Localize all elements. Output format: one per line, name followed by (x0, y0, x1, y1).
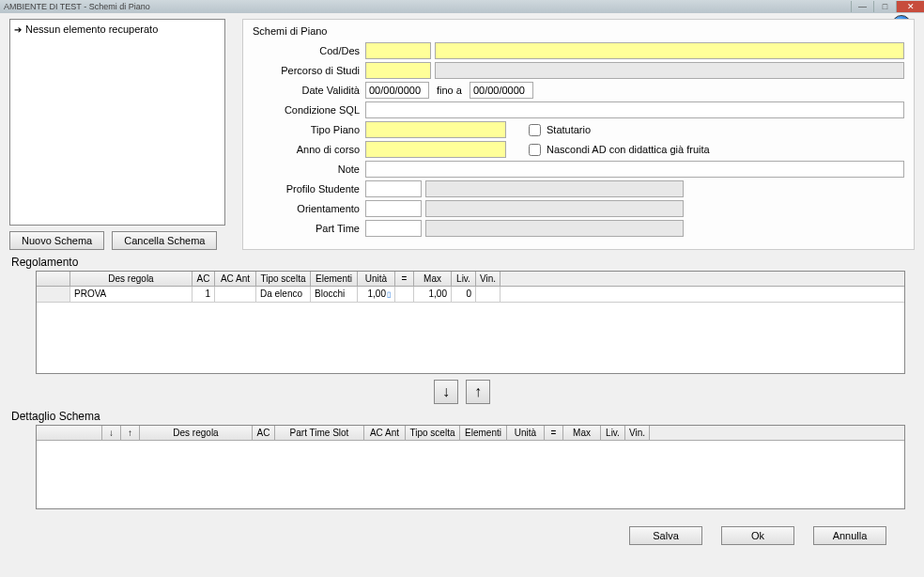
label-parttime: Part Time (253, 223, 365, 234)
cell-focus-icon: ▯ (387, 290, 391, 299)
regolamento-grid[interactable]: Des regola AC AC Ant Tipo scelta Element… (36, 271, 905, 374)
col2-vin[interactable]: Vin. (625, 426, 650, 440)
col2-max[interactable]: Max (563, 426, 601, 440)
cod-input[interactable] (365, 42, 431, 59)
cell-vin[interactable] (476, 287, 500, 302)
grid-row-selector-header (37, 272, 70, 286)
col2-tiposcelta[interactable]: Tipo scelta (406, 426, 460, 440)
cell-eq[interactable] (395, 287, 414, 302)
profilo-des-display (425, 180, 684, 197)
col2-elementi[interactable]: Elementi (460, 426, 507, 440)
col-acant[interactable]: AC Ant (215, 272, 256, 286)
statutario-checkbox[interactable] (529, 124, 541, 136)
arrow-down-icon: ↓ (442, 383, 450, 400)
annocorso-input[interactable] (365, 141, 506, 158)
col-elementi[interactable]: Elementi (311, 272, 358, 286)
label-date: Date Validità (253, 85, 365, 96)
table-row[interactable]: PROVA 1 Da elenco Blocchi 1,00▯ 1,00 0 (37, 287, 904, 303)
col2-liv[interactable]: Liv. (601, 426, 625, 440)
label-condsql: Condizione SQL (253, 104, 365, 116)
orient-des-display (425, 200, 684, 217)
dettaglio-grid[interactable]: ↓ ↑ Des regola AC Part Time Slot AC Ant … (36, 425, 905, 509)
save-button[interactable]: Salva (629, 526, 702, 545)
row-handle[interactable] (37, 287, 70, 302)
cell-unita[interactable]: 1,00▯ (358, 287, 395, 302)
percorso-des-display (435, 62, 904, 79)
label-tipopiano: Tipo Piano (253, 124, 365, 135)
col-ac[interactable]: AC (192, 272, 215, 286)
cell-tiposcelta[interactable]: Da elenco (256, 287, 311, 302)
parttime-code-input[interactable] (365, 220, 422, 237)
dettaglio-section-title: Dettaglio Schema (11, 410, 915, 423)
cancel-button[interactable]: Annulla (813, 526, 886, 545)
col-unita[interactable]: Unità (358, 272, 395, 286)
maximize-button[interactable]: □ (873, 1, 896, 12)
col-eq[interactable]: = (395, 272, 414, 286)
cell-des[interactable]: PROVA (70, 287, 192, 302)
des-input[interactable] (435, 42, 904, 59)
col2-des[interactable]: Des regola (140, 426, 253, 440)
new-schema-button[interactable]: Nuovo Schema (9, 231, 104, 250)
col-sort-down[interactable]: ↓ (102, 426, 121, 440)
col2-eq[interactable]: = (545, 426, 563, 440)
move-up-button[interactable]: ↑ (466, 380, 490, 404)
col2-parttimeslot[interactable]: Part Time Slot (275, 426, 364, 440)
arrow-up-icon: ↑ (474, 383, 482, 400)
cell-ac[interactable]: 1 (192, 287, 215, 302)
col2-acant[interactable]: AC Ant (364, 426, 406, 440)
schema-form-panel: Schemi di Piano Cod/Des Percorso di Stud… (242, 19, 915, 250)
dettaglio-left-spacer (37, 426, 102, 440)
date-from-input[interactable] (365, 82, 429, 99)
cell-liv[interactable]: 0 (452, 287, 476, 302)
delete-schema-button[interactable]: Cancella Schema (112, 231, 217, 250)
col2-ac[interactable]: AC (253, 426, 275, 440)
cell-acant[interactable] (215, 287, 256, 302)
parttime-des-display (425, 220, 684, 237)
note-input[interactable] (365, 161, 904, 178)
col-liv[interactable]: Liv. (452, 272, 476, 286)
ok-button[interactable]: Ok (721, 526, 794, 545)
cell-max[interactable]: 1,00 (414, 287, 452, 302)
label-annocorso: Anno di corso (253, 144, 365, 155)
list-empty-item: ➔ Nessun elemento recuperato (14, 23, 221, 35)
percorso-code-input[interactable] (365, 62, 431, 79)
label-note: Note (253, 164, 365, 175)
col2-unita[interactable]: Unità (507, 426, 545, 440)
profilo-code-input[interactable] (365, 180, 422, 197)
arrow-right-icon: ➔ (14, 24, 22, 35)
list-empty-label: Nessun elemento recuperato (25, 23, 158, 35)
col-tiposcelta[interactable]: Tipo scelta (256, 272, 311, 286)
col-vin[interactable]: Vin. (476, 272, 500, 286)
orient-code-input[interactable] (365, 200, 422, 217)
schema-list[interactable]: ➔ Nessun elemento recuperato (9, 19, 225, 226)
col-max[interactable]: Max (414, 272, 452, 286)
form-panel-title: Schemi di Piano (253, 25, 904, 37)
date-to-input[interactable] (470, 82, 533, 99)
regolamento-section-title: Regolamento (11, 256, 915, 269)
cell-elementi[interactable]: Blocchi (311, 287, 358, 302)
label-statutario: Statutario (547, 124, 591, 135)
col-des[interactable]: Des regola (70, 272, 192, 286)
window-title: AMBIENTE DI TEST - Schemi di Piano (4, 2, 150, 11)
window-titlebar: AMBIENTE DI TEST - Schemi di Piano — □ ✕ (0, 0, 924, 13)
col-sort-up[interactable]: ↑ (121, 426, 140, 440)
minimize-button[interactable]: — (851, 1, 873, 12)
label-percorso: Percorso di Studi (253, 65, 365, 76)
label-nascondi: Nascondi AD con didattica già fruita (547, 144, 710, 155)
nascondi-checkbox[interactable] (529, 144, 541, 156)
label-profilo: Profilo Studente (253, 183, 365, 195)
label-fino-a: fino a (437, 85, 462, 96)
tipopiano-input[interactable] (365, 121, 506, 138)
label-orientamento: Orientamento (253, 203, 365, 214)
label-coddes: Cod/Des (253, 45, 365, 56)
close-button[interactable]: ✕ (896, 1, 924, 12)
move-down-button[interactable]: ↓ (434, 380, 458, 404)
condsql-input[interactable] (365, 101, 904, 118)
